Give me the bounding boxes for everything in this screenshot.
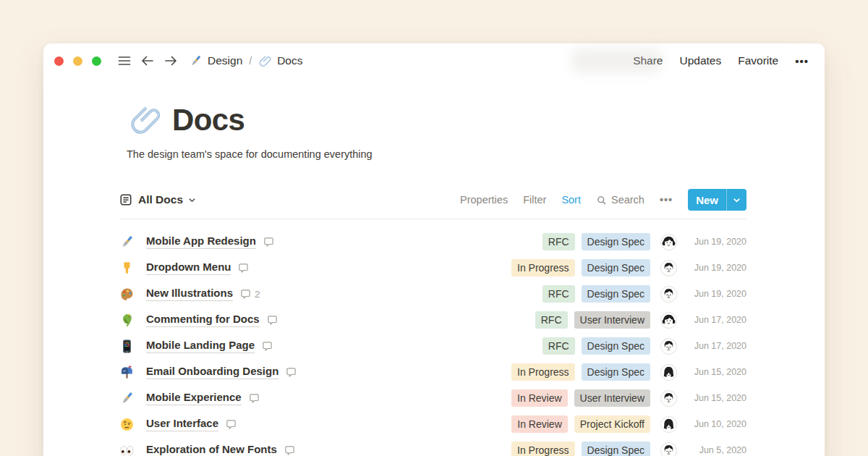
tag-list: RFCDesign Spec bbox=[542, 285, 650, 303]
paperclip-icon bbox=[258, 54, 272, 68]
table-row[interactable]: Mobile App Redesign RFCDesign Spec Jun 1… bbox=[119, 229, 746, 255]
comment-count-badge bbox=[249, 393, 263, 404]
date-label: Jun 15, 2020 bbox=[686, 367, 746, 377]
share-button[interactable]: Share bbox=[633, 54, 663, 67]
doc-title-link[interactable]: Commenting for Docs bbox=[146, 313, 260, 328]
tag[interactable]: Design Spec bbox=[582, 337, 650, 355]
tag[interactable]: In Progress bbox=[511, 442, 575, 456]
tag[interactable]: Project Kickoff bbox=[574, 415, 650, 433]
comment-bubble-icon bbox=[226, 419, 237, 430]
tag-list: RFCDesign Spec bbox=[542, 233, 650, 250]
page-subtitle: The design team's space for documenting … bbox=[119, 148, 746, 160]
toolbar-right: Properties Filter Sort Search ••• New bbox=[460, 189, 746, 211]
paintbrush-icon bbox=[189, 54, 203, 68]
new-button[interactable]: New bbox=[688, 189, 746, 211]
date-label: Jun 17, 2020 bbox=[686, 315, 746, 325]
close-window-button[interactable] bbox=[54, 56, 64, 66]
table-row[interactable]: Commenting for Docs RFCUser Interview Ju… bbox=[119, 307, 746, 333]
table-row[interactable]: Dropdown Menu In ProgressDesign Spec Jun… bbox=[119, 255, 746, 281]
comment-bubble-icon bbox=[238, 263, 249, 274]
avatar bbox=[660, 338, 677, 355]
doc-title-link[interactable]: Mobile Experience bbox=[146, 391, 242, 406]
doc-title-link[interactable]: User Interface bbox=[146, 417, 218, 432]
date-label: Jun 19, 2020 bbox=[686, 289, 746, 299]
tag[interactable]: Design Spec bbox=[582, 233, 650, 250]
table-row[interactable]: Mobile Landing Page RFCDesign Spec Jun 1… bbox=[119, 333, 746, 359]
tag[interactable]: In Progress bbox=[511, 363, 575, 381]
doc-title-link[interactable]: Dropdown Menu bbox=[146, 261, 231, 276]
tag[interactable]: User Interview bbox=[574, 389, 650, 407]
docs-list: Mobile App Redesign RFCDesign Spec Jun 1… bbox=[119, 229, 746, 456]
breadcrumb-item-design[interactable]: Design bbox=[189, 54, 242, 68]
sort-button[interactable]: Sort bbox=[561, 194, 581, 206]
comment-count: 2 bbox=[255, 289, 260, 300]
app-window: Design / Docs Share Updates Favorite •••… bbox=[43, 43, 825, 456]
avatar bbox=[660, 312, 677, 329]
tag[interactable]: RFC bbox=[542, 285, 575, 303]
tag[interactable]: Design Spec bbox=[582, 259, 650, 276]
hamburger-icon bbox=[117, 54, 132, 68]
arrow-right-icon bbox=[163, 54, 178, 68]
tag[interactable]: In Progress bbox=[511, 259, 575, 276]
tag[interactable]: RFC bbox=[535, 311, 568, 329]
tag[interactable]: In Review bbox=[511, 389, 567, 407]
table-row[interactable]: New Illustrations 2 RFCDesign Spec Jun 1… bbox=[119, 281, 746, 307]
date-label: Jun 5, 2020 bbox=[686, 445, 746, 455]
date-label: Jun 19, 2020 bbox=[686, 263, 746, 273]
page-header: Docs The design team's space for documen… bbox=[119, 103, 746, 160]
favorite-button[interactable]: Favorite bbox=[738, 54, 778, 67]
tag-list: In ProgressDesign Spec bbox=[511, 442, 650, 456]
comment-count-badge: 2 bbox=[240, 289, 260, 300]
sidebar-menu-button[interactable] bbox=[115, 51, 134, 70]
search-button[interactable]: Search bbox=[596, 194, 644, 206]
comment-count-badge bbox=[286, 367, 300, 378]
tag[interactable]: In Review bbox=[511, 415, 567, 433]
doc-title-link[interactable]: Exploration of New Fonts bbox=[146, 443, 277, 456]
comment-count-badge bbox=[263, 237, 278, 248]
breadcrumb: Design / Docs bbox=[189, 54, 302, 68]
tag[interactable]: User Interview bbox=[574, 311, 650, 329]
forward-button[interactable] bbox=[161, 51, 180, 70]
tag-list: In ReviewProject Kickoff bbox=[511, 415, 650, 433]
tag[interactable]: RFC bbox=[542, 337, 575, 355]
paperclip-icon bbox=[128, 103, 163, 138]
doc-title-link[interactable]: Mobile App Redesign bbox=[146, 235, 256, 250]
view-switcher-button[interactable]: All Docs bbox=[119, 193, 196, 206]
table-row[interactable]: User Interface In ReviewProject Kickoff … bbox=[119, 411, 746, 437]
more-options-button[interactable]: ••• bbox=[795, 55, 809, 67]
avatar bbox=[660, 390, 677, 407]
doc-title-link[interactable]: New Illustrations bbox=[146, 287, 233, 302]
back-button[interactable] bbox=[138, 51, 157, 70]
date-label: Jun 19, 2020 bbox=[686, 237, 746, 247]
chevron-down-icon[interactable] bbox=[727, 189, 746, 211]
table-row[interactable]: Email Onboarding Design In ProgressDesig… bbox=[119, 359, 746, 385]
doc-title-link[interactable]: Email Onboarding Design bbox=[146, 365, 278, 380]
table-row[interactable]: Exploration of New Fonts In ProgressDesi… bbox=[119, 437, 746, 456]
table-row[interactable]: Mobile Experience In ReviewUser Intervie… bbox=[119, 385, 746, 411]
updates-button[interactable]: Updates bbox=[680, 54, 722, 67]
properties-button[interactable]: Properties bbox=[460, 194, 508, 206]
view-more-button[interactable]: ••• bbox=[660, 194, 673, 206]
tag[interactable]: Design Spec bbox=[582, 285, 650, 303]
avatar bbox=[660, 416, 677, 433]
comment-bubble-icon bbox=[249, 393, 260, 404]
minimize-window-button[interactable] bbox=[73, 56, 82, 66]
breadcrumb-label: Design bbox=[208, 54, 242, 67]
breadcrumb-item-docs[interactable]: Docs bbox=[258, 54, 302, 68]
comment-bubble-icon bbox=[284, 445, 295, 456]
tag-list: In ReviewUser Interview bbox=[511, 389, 650, 407]
tag-list: RFCUser Interview bbox=[535, 311, 650, 329]
arrow-left-icon bbox=[140, 54, 155, 68]
avatar bbox=[660, 260, 677, 276]
comment-count-badge bbox=[238, 263, 252, 274]
avatar bbox=[660, 442, 677, 456]
tag[interactable]: RFC bbox=[542, 233, 575, 250]
doc-title-link[interactable]: Mobile Landing Page bbox=[146, 339, 255, 354]
filter-button[interactable]: Filter bbox=[523, 194, 546, 206]
eyes-icon bbox=[119, 443, 135, 456]
tag[interactable]: Design Spec bbox=[582, 363, 650, 381]
tag[interactable]: Design Spec bbox=[582, 442, 650, 456]
maximize-window-button[interactable] bbox=[92, 56, 101, 66]
date-label: Jun 17, 2020 bbox=[686, 341, 746, 351]
view-label: All Docs bbox=[138, 193, 183, 206]
